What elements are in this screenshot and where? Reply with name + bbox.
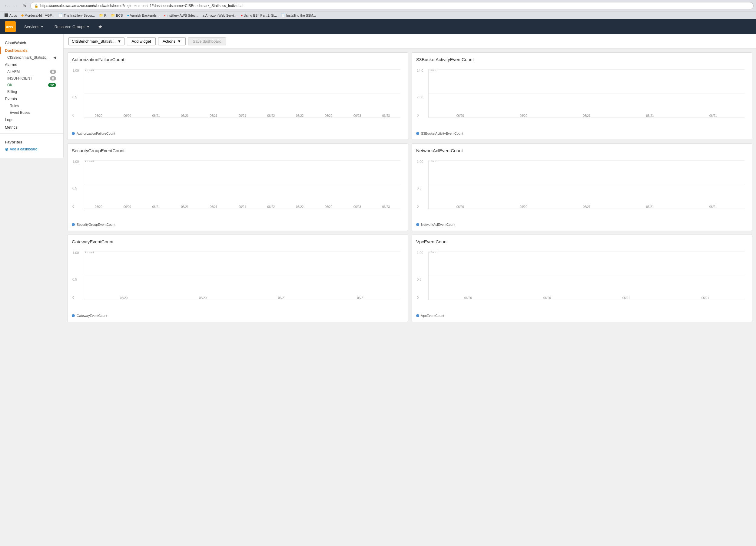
- browser-url: https://console.aws.amazon.com/cloudwatc…: [40, 4, 750, 8]
- dashboard-selector[interactable]: CISBenchmark_Statisti... ▼: [68, 37, 124, 45]
- gridline-mid: [429, 94, 745, 94]
- widget-chart-w2: 14.0 Count 06/2006/2006/2106/2106/21 7.0…: [416, 63, 748, 130]
- gridline-top: [429, 252, 745, 252]
- sidebar-item-metrics[interactable]: Metrics: [0, 124, 63, 131]
- widget-chart-w4: 1.00 Count 06/2006/2006/2106/2106/21 0.5…: [416, 154, 748, 221]
- bookmark-ecs-label: ECS: [116, 14, 123, 17]
- sidebar-item-cisbenchmark[interactable]: CISBenchmark_Statistic... ◀: [0, 54, 63, 61]
- services-nav[interactable]: Services ▼: [22, 23, 46, 30]
- bookmark-apps[interactable]: ⬛ Apps: [2, 13, 19, 18]
- sidebar-item-dashboards[interactable]: Dashboards: [0, 47, 63, 54]
- sidebar-item-cloudwatch[interactable]: CloudWatch: [0, 39, 63, 47]
- bookmark-amazon-web[interactable]: a Amazon Web Servi...: [201, 13, 238, 18]
- sidebar-item-billing[interactable]: Billing: [0, 88, 63, 95]
- cloudwatch-label: CloudWatch: [5, 41, 26, 45]
- x-label: 06/21: [238, 205, 246, 209]
- actions-label: Actions: [163, 39, 176, 44]
- x-label: 06/21: [583, 114, 590, 118]
- x-label: 06/23: [382, 114, 390, 118]
- back-button[interactable]: ←: [2, 2, 10, 10]
- resource-groups-nav[interactable]: Resource Groups ▼: [52, 23, 92, 30]
- content-area: CISBenchmark_Statisti... ▼ Add widget Ac…: [64, 34, 756, 546]
- sidebar-item-insufficient[interactable]: INSUFFICIENT 0: [0, 75, 63, 82]
- billing-label: Billing: [7, 90, 17, 94]
- widget-w3[interactable]: SecurityGroupEventCount 1.00 Count 06/20…: [67, 144, 408, 231]
- sidebar-item-rules[interactable]: Rules: [0, 103, 63, 109]
- bookmarks-bar: ⬛ Apps ◆ Mordecai4d - VGP... 📄 The Insti…: [0, 12, 756, 19]
- bookmark-esi-icon: ●: [241, 14, 243, 17]
- x-labels-w4: 06/2006/2006/2106/2106/21: [429, 205, 745, 209]
- bookmark-instillery-label: The Instillery Secur...: [64, 14, 95, 17]
- y-max-label-w4: 1.00: [417, 160, 423, 164]
- x-label: 06/21: [357, 296, 365, 299]
- reload-button[interactable]: ↻: [21, 2, 28, 10]
- x-label: 06/21: [646, 114, 654, 118]
- widget-w4[interactable]: NetworkAclEventCount 1.00 Count 06/2006/…: [412, 144, 752, 231]
- x-label: 06/20: [124, 205, 131, 209]
- x-label: 06/21: [622, 296, 630, 299]
- bookmark-amazon-label: Amazon Web Servi...: [205, 14, 237, 17]
- aws-logo[interactable]: aws: [5, 21, 16, 32]
- x-labels-w6: 06/2006/2006/2106/21: [429, 296, 745, 299]
- main-container: CloudWatch Dashboards CISBenchmark_Stati…: [0, 34, 756, 546]
- bookmark-ssm[interactable]: 📄 Installing the SSM...: [279, 13, 318, 18]
- x-labels-w1: 06/2006/2006/2106/2106/2106/2106/2206/22…: [84, 114, 400, 118]
- address-bar[interactable]: 🔒 https://console.aws.amazon.com/cloudwa…: [30, 2, 754, 9]
- bookmark-r[interactable]: 📁 R: [97, 13, 108, 18]
- bookmark-ecs[interactable]: 📁 ECS: [109, 13, 125, 18]
- legend-label-w4: NetworkAclEventCount: [421, 223, 455, 227]
- chart-area-w5: 06/2006/2006/2106/21: [84, 252, 400, 300]
- insufficient-badge: 0: [50, 76, 56, 81]
- widget-w5[interactable]: GatewayEventCount 1.00 Count 06/2006/200…: [67, 235, 408, 322]
- dashboard-name: CISBenchmark_Statisti...: [72, 39, 116, 44]
- x-labels-w3: 06/2006/2006/2106/2106/2106/2106/2206/22…: [84, 205, 400, 209]
- sidebar-item-logs[interactable]: Logs: [0, 116, 63, 124]
- widget-w1[interactable]: AuthorizationFailureCount 1.00 Count 06/…: [67, 52, 408, 140]
- widget-legend-w6: VpcEventCount: [416, 314, 748, 317]
- x-label: 06/21: [152, 114, 160, 118]
- bookmark-varnish[interactable]: ● Varnish Backends...: [125, 13, 161, 18]
- browser-nav-buttons: ← → ↻: [2, 2, 28, 10]
- save-dashboard-button[interactable]: Save dashboard: [188, 37, 226, 45]
- bookmark-apps-icon: ⬛: [4, 13, 8, 17]
- bookmark-mordecai[interactable]: ◆ Mordecai4d - VGP...: [19, 13, 56, 18]
- widget-chart-w1: 1.00 Count 06/2006/2006/2106/2106/2106/2…: [72, 63, 403, 130]
- sidebar-add-dashboard[interactable]: ⊕ Add a dashboard: [0, 146, 63, 153]
- sidebar-item-alarm[interactable]: ALARM 0: [0, 68, 63, 75]
- sidebar-item-ok[interactable]: OK 12: [0, 82, 63, 88]
- widget-title-w3: SecurityGroupEventCount: [72, 148, 403, 153]
- chart-area-w3: 06/2006/2006/2106/2106/2106/2106/2206/22…: [84, 161, 400, 209]
- widget-legend-w1: AuthorizationFailureCount: [72, 132, 403, 135]
- gridline-bottom: [84, 299, 400, 300]
- y-max-label-w1: 1.00: [72, 69, 79, 72]
- bookmark-instillery[interactable]: 📄 The Instillery Secur...: [57, 13, 97, 18]
- insufficient-label: INSUFFICIENT: [7, 76, 32, 81]
- sidebar-item-event-buses[interactable]: Event Buses: [0, 109, 63, 116]
- y-mid-label-w5: 0.5: [72, 277, 77, 281]
- x-label: 06/20: [95, 205, 102, 209]
- bookmark-ecs-icon: 📁: [111, 13, 115, 17]
- x-labels-w2: 06/2006/2006/2106/2106/21: [429, 114, 745, 118]
- bookmark-esi[interactable]: ● Using ESI, Part 1: Si...: [239, 13, 279, 18]
- sidebar-item-alarms[interactable]: Alarms: [0, 61, 63, 68]
- resource-groups-chevron: ▼: [87, 25, 90, 28]
- widget-w6[interactable]: VpcEventCount 1.00 Count 06/2006/2006/21…: [412, 235, 752, 322]
- widget-w2[interactable]: S3BucketActivityEventCount 14.0 Count 06…: [412, 52, 752, 140]
- dashboard-select-chevron: ▼: [118, 39, 121, 44]
- bookmark-instillery-aws[interactable]: ● Instillery AWS Sdec...: [162, 13, 200, 18]
- actions-button[interactable]: Actions ▼: [158, 37, 186, 45]
- sidebar-item-events[interactable]: Events: [0, 95, 63, 103]
- forward-button[interactable]: →: [12, 2, 19, 10]
- star-icon[interactable]: ★: [98, 24, 102, 30]
- browser-chrome: ← → ↻ 🔒 https://console.aws.amazon.com/c…: [0, 0, 756, 19]
- bookmark-mordecai-label: Mordecai4d - VGP...: [25, 14, 54, 17]
- gridline-top: [84, 252, 400, 252]
- bookmark-instillery-aws-label: Instillery AWS Sdec...: [167, 14, 198, 17]
- add-widget-button[interactable]: Add widget: [127, 37, 155, 45]
- chart-area-w4: 06/2006/2006/2106/2106/21: [428, 161, 745, 209]
- alarm-badge: 0: [50, 70, 56, 74]
- x-label: 06/21: [210, 205, 217, 209]
- x-label: 06/20: [199, 296, 207, 299]
- gridline-mid: [429, 276, 745, 276]
- x-label: 06/21: [701, 296, 709, 299]
